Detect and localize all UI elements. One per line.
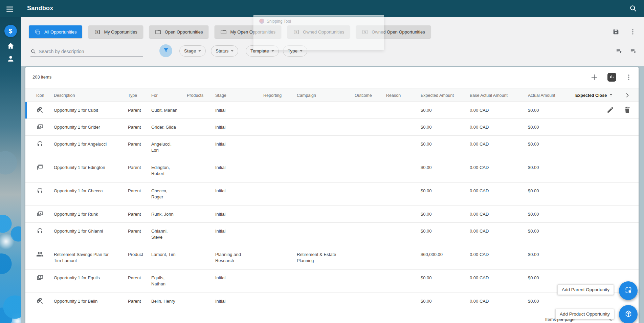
cell-stage: Planning and Research xyxy=(215,246,263,269)
toolbar: All Opportunities$My OpportunitiesOpen O… xyxy=(21,17,644,66)
nav-opportunities[interactable]: $ xyxy=(0,25,21,37)
column-header-stage[interactable]: Stage xyxy=(215,88,263,102)
cell-text: $0.00 xyxy=(421,212,432,217)
card-kebab-icon[interactable] xyxy=(625,73,632,81)
column-header-base_actual_amount[interactable]: Base Actual Amount xyxy=(470,88,528,102)
row-type-icon-cell xyxy=(36,182,54,206)
table-row[interactable]: Opportunity 1 for BelinParentBelin, Henr… xyxy=(25,293,639,316)
chart-view-button[interactable] xyxy=(607,73,616,82)
template-dropdown[interactable]: Template xyxy=(246,45,279,57)
table-row[interactable]: Retirement Savings Plan for Tim LamontPr… xyxy=(25,246,639,270)
tab-owned-open-opportunities[interactable]: $Owned Open Opportunities xyxy=(356,25,431,38)
nav-home[interactable] xyxy=(0,42,21,51)
cell-stage: Initial xyxy=(215,136,263,159)
cell-text: Parent xyxy=(128,275,141,280)
cell-text: Edington, Robert xyxy=(151,165,170,176)
table-row[interactable]: Opportunity 1 for GriderParentGrider, Gi… xyxy=(25,119,639,136)
tab-owned-opportunities[interactable]: $Owned Opportunities xyxy=(287,25,350,38)
add-parent-opportunity-button[interactable] xyxy=(619,281,638,300)
cell-text: Parent xyxy=(128,229,141,234)
column-header-description[interactable]: Description xyxy=(54,88,128,102)
cell-text: Initial xyxy=(215,142,225,147)
table-row[interactable]: Opportunity 1 for EdingtonParentEdington… xyxy=(25,159,639,182)
column-header-actual_amount[interactable]: Actual Amount xyxy=(528,88,575,102)
column-header-icon[interactable]: Icon xyxy=(36,88,54,102)
scroll-columns-right-icon[interactable] xyxy=(624,92,630,99)
cell-expected_close xyxy=(575,223,628,246)
search-input[interactable] xyxy=(39,49,143,54)
save-view-icon[interactable] xyxy=(612,28,620,36)
cell-reporting xyxy=(263,293,297,316)
table-row[interactable]: Opportunity 1 for RunkParentRunk, JohnIn… xyxy=(25,206,639,223)
cell-for: Checca, Roger xyxy=(151,182,187,206)
nav-account[interactable] xyxy=(0,55,21,64)
cell-text: $0.00 xyxy=(421,165,432,170)
table-row[interactable]: Opportunity 1 for CheccaParentChecca, Ro… xyxy=(25,182,639,206)
column-label: Base Actual Amount xyxy=(470,93,508,98)
row-type-icon-cell xyxy=(36,246,54,269)
cell-stage: Initial xyxy=(215,119,263,135)
tab-open-opportunities[interactable]: Open Opportunities xyxy=(149,25,209,38)
add-product-opportunity-button[interactable] xyxy=(619,305,638,323)
tab-my-opportunities[interactable]: $My Opportunities xyxy=(88,25,143,38)
column-header-type[interactable]: Type xyxy=(128,88,151,102)
cell-expected_amount: $0.00 xyxy=(421,270,470,293)
cell-text: Parent xyxy=(128,212,141,217)
stage-dropdown[interactable]: Stage xyxy=(179,45,206,57)
cell-outcome xyxy=(355,206,386,222)
cell-expected_close xyxy=(575,136,628,159)
cell-base_actual_amount: 0.00 CAD xyxy=(470,102,528,119)
global-search-icon[interactable] xyxy=(629,4,637,13)
cell-campaign xyxy=(297,270,355,293)
menu-icon[interactable] xyxy=(5,5,14,12)
cell-expected_amount: $0.00 xyxy=(421,119,470,135)
cell-text: Parent xyxy=(128,125,141,130)
cell-products xyxy=(187,206,215,222)
cell-stage: Initial xyxy=(215,182,263,206)
add-columns-icon[interactable] xyxy=(616,47,622,54)
column-header-reason[interactable]: Reason xyxy=(386,88,421,102)
status-dropdown[interactable]: Status xyxy=(211,45,238,57)
column-header-outcome[interactable]: Outcome xyxy=(355,88,386,102)
chevron-down-icon xyxy=(271,50,274,52)
stage-dropdown-label: Stage xyxy=(184,48,196,53)
column-label: For xyxy=(151,93,158,98)
table-row[interactable]: Opportunity 1 for GhianniParentGhianni, … xyxy=(25,223,639,246)
cell-type: Product xyxy=(128,246,151,269)
cell-text: Opportunity 1 for Checca xyxy=(54,188,103,193)
column-header-expected_close[interactable]: Expected Close xyxy=(575,88,628,102)
cell-base_actual_amount: 0.00 CAD xyxy=(470,119,528,135)
cell-actual_amount: $0.00 xyxy=(528,159,575,182)
cell-text: Initial xyxy=(215,212,225,217)
cell-for: Grider, Gilda xyxy=(151,119,187,135)
table-row[interactable]: Opportunity 1 for CubitParentCubit, Mari… xyxy=(25,102,639,119)
column-label: Expected Amount xyxy=(421,93,454,98)
tab-my-open-opportunities[interactable]: My Open Opportunities xyxy=(215,25,281,38)
column-header-reporting[interactable]: Reporting xyxy=(263,88,297,102)
column-header-products[interactable]: Products xyxy=(187,88,215,102)
tab-all-opportunities[interactable]: All Opportunities xyxy=(29,25,82,38)
cell-text: Retirement Savings Plan for Tim Lamont xyxy=(54,252,109,263)
column-header-expected_amount[interactable]: Expected Amount xyxy=(421,88,470,102)
toolbar-kebab-icon[interactable] xyxy=(629,28,637,36)
type-dropdown[interactable]: Type xyxy=(283,45,307,57)
clear-columns-icon[interactable] xyxy=(630,47,637,54)
cell-text: Cubit, Marian xyxy=(151,108,177,113)
cell-base_actual_amount: 0.00 CAD xyxy=(470,270,528,293)
add-icon[interactable] xyxy=(590,73,599,82)
cell-text: $0.00 xyxy=(421,108,432,113)
column-header-campaign[interactable]: Campaign xyxy=(297,88,355,102)
dollar-box-icon: $ xyxy=(293,29,299,35)
table-row[interactable]: Opportunity 1 for EquilsParentEquils, Na… xyxy=(25,270,639,293)
column-header-for[interactable]: For xyxy=(151,88,187,102)
cell-reason xyxy=(386,182,421,206)
headset-icon xyxy=(36,231,44,236)
svg-text:$: $ xyxy=(364,30,366,34)
edit-row-icon[interactable] xyxy=(606,106,614,114)
cell-type: Parent xyxy=(128,159,151,182)
table-row[interactable]: Opportunity 1 for AngelucciParentAngeluc… xyxy=(25,136,639,159)
filter-button[interactable] xyxy=(159,44,172,57)
headset-icon xyxy=(36,144,44,149)
delete-row-icon[interactable] xyxy=(623,106,631,114)
cell-outcome xyxy=(355,102,386,119)
